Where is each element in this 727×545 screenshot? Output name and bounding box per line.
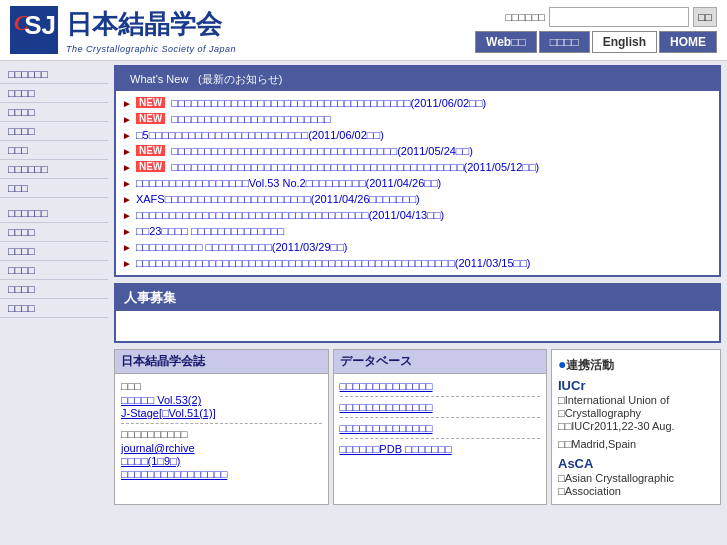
org-iucr-info: □□IUCr2011,22-30 Aug.: [558, 420, 714, 432]
sidebar-item-1[interactable]: □□□□: [0, 84, 108, 103]
journal-section1-title: □□□: [121, 380, 322, 392]
sidebar-item-8[interactable]: □□□□: [0, 223, 108, 242]
org-iucr-desc2: □Crystallography: [558, 407, 714, 419]
database-col: データベース □□□□□□□□□□□□□□ □□□□□□□□□□□□□□ □□□…: [333, 349, 548, 505]
sidebar-item-0[interactable]: □□□□□□: [0, 65, 108, 84]
news-item-1: ►NEW□□□□□□□□□□□□□□□□□□□□□□□□: [122, 111, 713, 127]
search-area: □□□□□□ □□ Web□□ □□□□ English HOME: [475, 7, 717, 53]
db-divider-2: [340, 438, 541, 439]
activity-col-title: ●連携活動: [558, 356, 714, 374]
logo-area: C SJ 日本結晶学会 The Crystallographic Society…: [10, 6, 236, 54]
sidebar-item-7[interactable]: □□□□□□: [0, 204, 108, 223]
journal-link-2[interactable]: journal@rchive: [121, 442, 322, 454]
news-item-3: ►NEW□□□□□□□□□□□□□□□□□□□□□□□□□□□□□□□□□□(2…: [122, 143, 713, 159]
whats-new-title: What's New: [130, 73, 188, 85]
news-item-6: ►XAFS□□□□□□□□□□□□□□□□□□□□□□(2011/04/26□□…: [122, 191, 713, 207]
logo-sj-letters: SJ: [24, 10, 56, 41]
news-new-badge-1: NEW: [136, 113, 165, 124]
db-divider-0: [340, 396, 541, 397]
org-iucr-desc1: □International Union of: [558, 394, 714, 406]
logo-en-text: The Crystallographic Society of Japan: [66, 44, 236, 54]
news-item-5: ►□□□□□□□□□□□□□□□□□Vol.53 No.2□□□□□□□□□(2…: [122, 175, 713, 191]
news-text-7[interactable]: □□□□□□□□□□□□□□□□□□□□□□□□□□□□□□□□□□□(2011…: [136, 209, 444, 221]
sidebar-item-10[interactable]: □□□□: [0, 261, 108, 280]
news-item-0: ►NEW□□□□□□□□□□□□□□□□□□□□□□□□□□□□□□□□□□□□…: [122, 95, 713, 111]
news-text-0[interactable]: □□□□□□□□□□□□□□□□□□□□□□□□□□□□□□□□□□□□(201…: [171, 97, 486, 109]
db-link-0[interactable]: □□□□□□□□□□□□□□: [340, 380, 541, 392]
journal-col: 日本結晶学会誌 □□□ □□□□□ Vol.53(2) J-Stage[□Vol…: [114, 349, 329, 505]
news-arrow-8: ►: [122, 226, 132, 237]
main-layout: □□□□□□ □□□□ □□□□ □□□□ □□□ □□□□□□ □□□ □□□…: [0, 61, 727, 509]
news-new-badge-4: NEW: [136, 161, 165, 172]
sidebar-item-5[interactable]: □□□□□□: [0, 160, 108, 179]
header: C SJ 日本結晶学会 The Crystallographic Society…: [0, 0, 727, 61]
news-item-2: ►□5□□□□□□□□□□□□□□□□□□□□□□□□(2011/06/02□□…: [122, 127, 713, 143]
db-link-2[interactable]: □□□□□□□□□□□□□□: [340, 422, 541, 434]
content: What's New (最新のお知らせ) ►NEW□□□□□□□□□□□□□□□…: [108, 61, 727, 509]
nav-tabs: Web□□ □□□□ English HOME: [475, 31, 717, 53]
db-link-3[interactable]: □□□□□□PDB □□□□□□□: [340, 443, 541, 455]
journal-link-4[interactable]: □□□□□□□□□□□□□□□□: [121, 468, 322, 480]
activity-title-text: 連携活動: [566, 358, 614, 372]
sidebar-item-9[interactable]: □□□□: [0, 242, 108, 261]
news-text-8[interactable]: □□23□□□□ □□□□□□□□□□□□□□: [136, 225, 284, 237]
sidebar-item-3[interactable]: □□□□: [0, 122, 108, 141]
sidebar-item-4[interactable]: □□□: [0, 141, 108, 160]
search-input[interactable]: [549, 7, 689, 27]
news-item-7: ►□□□□□□□□□□□□□□□□□□□□□□□□□□□□□□□□□□□(201…: [122, 207, 713, 223]
activity-col: ●連携活動 IUCr □International Union of □Crys…: [551, 349, 721, 505]
sidebar-item-2[interactable]: □□□□: [0, 103, 108, 122]
news-text-9[interactable]: □□□□□□□□□□ □□□□□□□□□□(2011/03/29□□): [136, 241, 348, 253]
news-arrow-5: ►: [122, 178, 132, 189]
journal-link-3[interactable]: □□□□(1□9□): [121, 455, 322, 467]
news-text-5[interactable]: □□□□□□□□□□□□□□□□□Vol.53 No.2□□□□□□□□□(20…: [136, 177, 441, 189]
tab-home[interactable]: HOME: [659, 31, 717, 53]
tab-members[interactable]: □□□□: [539, 31, 590, 53]
journal-section2-title: □□□□□□□□□□: [121, 428, 322, 440]
logo-box: C SJ: [10, 6, 58, 54]
news-arrow-10: ►: [122, 258, 132, 269]
journal-col-header: 日本結晶学会誌: [115, 350, 328, 374]
news-item-8: ►□□23□□□□ □□□□□□□□□□□□□□: [122, 223, 713, 239]
news-text-1[interactable]: □□□□□□□□□□□□□□□□□□□□□□□□: [171, 113, 330, 125]
news-text-10[interactable]: □□□□□□□□□□□□□□□□□□□□□□□□□□□□□□□□□□□□□□□□…: [136, 257, 531, 269]
news-arrow-9: ►: [122, 242, 132, 253]
news-arrow-4: ►: [122, 162, 132, 173]
org-asca-name: AsCА: [558, 456, 714, 471]
news-new-badge-0: NEW: [136, 97, 165, 108]
whats-new-body[interactable]: ►NEW□□□□□□□□□□□□□□□□□□□□□□□□□□□□□□□□□□□□…: [116, 91, 719, 275]
tab-english[interactable]: English: [592, 31, 657, 53]
search-row: □□□□□□ □□: [505, 7, 717, 27]
sidebar-item-12[interactable]: □□□□: [0, 299, 108, 318]
logo-right: 日本結晶学会 The Crystallographic Society of J…: [66, 7, 236, 54]
org-iucr-info2: □□Madrid,Spain: [558, 438, 714, 450]
sidebar: □□□□□□ □□□□ □□□□ □□□□ □□□ □□□□□□ □□□ □□□…: [0, 61, 108, 509]
news-text-4[interactable]: □□□□□□□□□□□□□□□□□□□□□□□□□□□□□□□□□□□□□□□□…: [171, 161, 539, 173]
news-text-3[interactable]: □□□□□□□□□□□□□□□□□□□□□□□□□□□□□□□□□□(2011/…: [171, 145, 473, 157]
org-asca-desc1: □Asian Crystallographic: [558, 472, 714, 484]
sidebar-item-11[interactable]: □□□□: [0, 280, 108, 299]
news-item-4: ►NEW□□□□□□□□□□□□□□□□□□□□□□□□□□□□□□□□□□□□…: [122, 159, 713, 175]
journal-divider: [121, 423, 322, 424]
whats-new-header: What's New (最新のお知らせ): [116, 67, 719, 91]
db-divider-1: [340, 417, 541, 418]
whats-new-subtitle: (最新のお知らせ): [198, 73, 282, 85]
logo-jp-text: 日本結晶学会: [66, 7, 222, 42]
bottom-cols: 日本結晶学会誌 □□□ □□□□□ Vol.53(2) J-Stage[□Vol…: [114, 349, 721, 505]
search-button[interactable]: □□: [693, 7, 717, 27]
sidebar-item-6[interactable]: □□□: [0, 179, 108, 198]
db-link-1[interactable]: □□□□□□□□□□□□□□: [340, 401, 541, 413]
journal-link-0[interactable]: □□□□□ Vol.53(2): [121, 394, 322, 406]
news-text-2[interactable]: □5□□□□□□□□□□□□□□□□□□□□□□□□(2011/06/02□□): [136, 129, 384, 141]
journal-link-1[interactable]: J-Stage[□Vol.51(1)]: [121, 407, 322, 419]
news-item-9: ►□□□□□□□□□□ □□□□□□□□□□(2011/03/29□□): [122, 239, 713, 255]
personnel-body: [116, 311, 719, 341]
personnel-box: 人事募集: [114, 283, 721, 343]
database-col-header: データベース: [334, 350, 547, 374]
tab-web[interactable]: Web□□: [475, 31, 537, 53]
news-item-10: ►□□□□□□□□□□□□□□□□□□□□□□□□□□□□□□□□□□□□□□□…: [122, 255, 713, 271]
news-text-6[interactable]: XAFS□□□□□□□□□□□□□□□□□□□□□□(2011/04/26□□□…: [136, 193, 420, 205]
news-arrow-0: ►: [122, 98, 132, 109]
news-arrow-6: ►: [122, 194, 132, 205]
news-arrow-3: ►: [122, 146, 132, 157]
